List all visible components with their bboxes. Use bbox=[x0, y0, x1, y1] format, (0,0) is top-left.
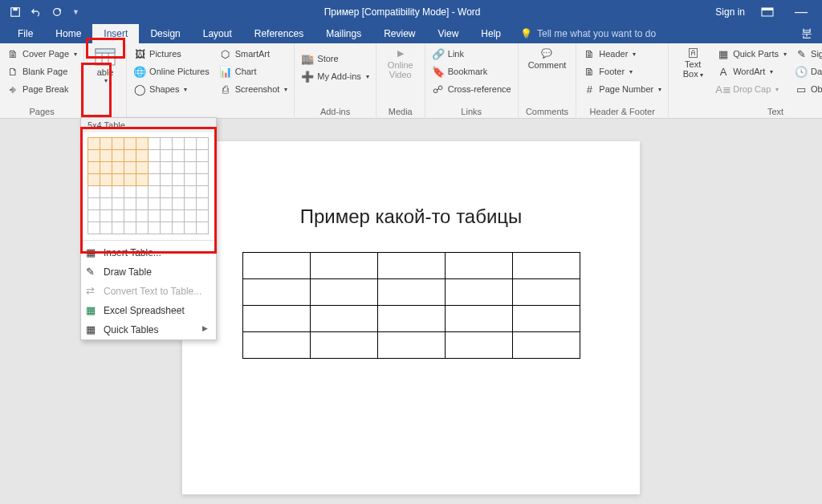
grid-cell[interactable] bbox=[161, 162, 173, 174]
grid-cell[interactable] bbox=[100, 150, 112, 162]
table-cell[interactable] bbox=[310, 279, 377, 306]
grid-cell[interactable] bbox=[173, 186, 185, 198]
minimize-button[interactable]: — bbox=[790, 5, 812, 19]
smartart-button[interactable]: ⬡SmartArt bbox=[218, 47, 290, 61]
page-number-button[interactable]: #Page Number▾ bbox=[581, 82, 663, 96]
excel-spreadsheet-item[interactable]: ▦Excel Spreadsheet bbox=[81, 301, 216, 320]
table-cell[interactable] bbox=[512, 332, 580, 359]
grid-cell[interactable] bbox=[161, 186, 173, 198]
online-pictures-button[interactable]: 🌐Online Pictures bbox=[132, 64, 211, 79]
table-cell[interactable] bbox=[512, 253, 580, 279]
tab-mailings[interactable]: Mailings bbox=[315, 24, 372, 43]
grid-cell[interactable] bbox=[161, 150, 173, 162]
grid-cell[interactable] bbox=[124, 162, 136, 174]
tab-layout[interactable]: Layout bbox=[192, 24, 243, 43]
my-addins-button[interactable]: ➕My Add-ins▾ bbox=[299, 69, 370, 83]
tab-view[interactable]: View bbox=[427, 24, 470, 43]
table-cell[interactable] bbox=[445, 253, 512, 279]
grid-cell[interactable] bbox=[124, 198, 136, 210]
tab-insert[interactable]: Insert bbox=[92, 24, 139, 43]
tab-home[interactable]: Home bbox=[44, 24, 92, 43]
grid-cell[interactable] bbox=[112, 198, 124, 210]
grid-cell[interactable] bbox=[100, 174, 112, 186]
grid-cell[interactable] bbox=[173, 138, 185, 150]
grid-cell[interactable] bbox=[136, 186, 149, 198]
grid-cell[interactable] bbox=[136, 150, 149, 162]
store-button[interactable]: 🏬Store bbox=[299, 51, 370, 66]
grid-cell[interactable] bbox=[197, 162, 209, 174]
grid-cell[interactable] bbox=[136, 162, 149, 174]
grid-cell[interactable] bbox=[100, 138, 112, 150]
text-box-button[interactable]: 🄰 TextBox▾ bbox=[673, 47, 712, 105]
grid-cell[interactable] bbox=[197, 186, 209, 198]
grid-cell[interactable] bbox=[136, 222, 149, 234]
grid-cell[interactable] bbox=[185, 210, 197, 222]
comment-button[interactable]: 💬 Comment bbox=[523, 47, 572, 105]
grid-cell[interactable] bbox=[161, 138, 173, 150]
grid-cell[interactable] bbox=[136, 138, 149, 150]
table-cell[interactable] bbox=[310, 253, 377, 279]
bookmark-button[interactable]: 🔖Bookmark bbox=[430, 64, 513, 79]
tell-me-search[interactable]: 💡Tell me what you want to do bbox=[520, 28, 656, 39]
date-time-button[interactable]: 🕓Date & Time bbox=[793, 64, 822, 79]
redo-icon[interactable] bbox=[51, 6, 63, 18]
wordart-button[interactable]: AWordArt▾ bbox=[715, 64, 788, 79]
cross-reference-button[interactable]: ☍Cross-reference bbox=[430, 82, 513, 96]
table-cell[interactable] bbox=[512, 279, 580, 306]
grid-cell[interactable] bbox=[173, 174, 185, 186]
table-size-picker[interactable] bbox=[81, 132, 216, 238]
qat-dropdown-icon[interactable]: ▼ bbox=[72, 8, 79, 16]
grid-cell[interactable] bbox=[197, 150, 209, 162]
chart-button[interactable]: 📊Chart bbox=[218, 64, 290, 79]
grid-cell[interactable] bbox=[112, 162, 124, 174]
grid-cell[interactable] bbox=[197, 198, 209, 210]
table-cell[interactable] bbox=[445, 332, 512, 359]
document-table[interactable] bbox=[242, 252, 580, 359]
grid-cell[interactable] bbox=[149, 150, 161, 162]
grid-cell[interactable] bbox=[100, 210, 112, 222]
page-break-button[interactable]: ⎆Page Break bbox=[5, 82, 79, 96]
grid-cell[interactable] bbox=[136, 198, 149, 210]
grid-cell[interactable] bbox=[124, 174, 136, 186]
grid-cell[interactable] bbox=[149, 174, 161, 186]
table-cell[interactable] bbox=[377, 332, 445, 359]
grid-cell[interactable] bbox=[197, 138, 209, 150]
grid-cell[interactable] bbox=[88, 198, 100, 210]
tab-review[interactable]: Review bbox=[372, 24, 426, 43]
grid-cell[interactable] bbox=[100, 222, 112, 234]
grid-cell[interactable] bbox=[100, 162, 112, 174]
link-button[interactable]: 🔗Link bbox=[430, 47, 513, 61]
header-button[interactable]: 🗎Header▾ bbox=[581, 47, 663, 61]
grid-cell[interactable] bbox=[149, 162, 161, 174]
table-cell[interactable] bbox=[242, 332, 310, 359]
grid-cell[interactable] bbox=[197, 222, 209, 234]
grid-cell[interactable] bbox=[161, 198, 173, 210]
tab-references[interactable]: References bbox=[243, 24, 315, 43]
tab-file[interactable]: File bbox=[6, 24, 44, 43]
quick-parts-button[interactable]: ▦Quick Parts▾ bbox=[715, 47, 788, 61]
grid-cell[interactable] bbox=[161, 222, 173, 234]
grid-cell[interactable] bbox=[161, 174, 173, 186]
grid-cell[interactable] bbox=[149, 210, 161, 222]
signin-link[interactable]: Sign in bbox=[715, 6, 745, 18]
grid-cell[interactable] bbox=[185, 162, 197, 174]
grid-cell[interactable] bbox=[112, 150, 124, 162]
grid-cell[interactable] bbox=[149, 222, 161, 234]
grid-cell[interactable] bbox=[112, 222, 124, 234]
grid-cell[interactable] bbox=[88, 150, 100, 162]
grid-cell[interactable] bbox=[136, 174, 149, 186]
table-cell[interactable] bbox=[377, 253, 445, 279]
grid-cell[interactable] bbox=[88, 186, 100, 198]
grid-cell[interactable] bbox=[185, 222, 197, 234]
drop-cap-button[interactable]: A≣Drop Cap▾ bbox=[715, 82, 788, 96]
tab-design[interactable]: Design bbox=[139, 24, 191, 43]
grid-cell[interactable] bbox=[149, 138, 161, 150]
table-cell[interactable] bbox=[445, 279, 512, 306]
grid-cell[interactable] bbox=[185, 174, 197, 186]
grid-cell[interactable] bbox=[173, 150, 185, 162]
grid-cell[interactable] bbox=[124, 222, 136, 234]
grid-cell[interactable] bbox=[100, 186, 112, 198]
grid-cell[interactable] bbox=[173, 222, 185, 234]
grid-cell[interactable] bbox=[149, 198, 161, 210]
grid-cell[interactable] bbox=[88, 162, 100, 174]
